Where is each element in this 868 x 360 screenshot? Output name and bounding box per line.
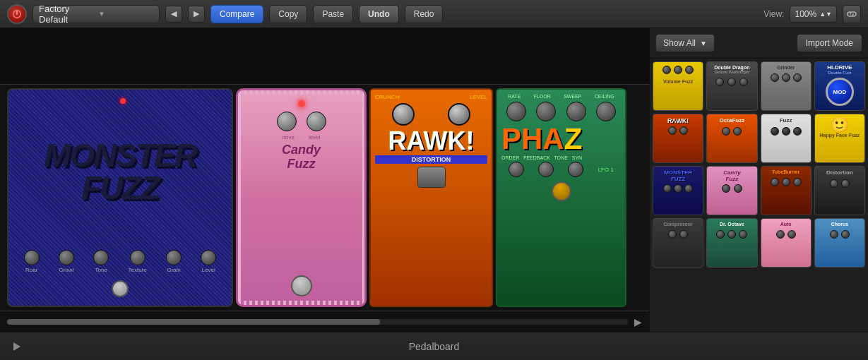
pedalboard-top-strip bbox=[0, 28, 649, 85]
knob-level: Level bbox=[201, 250, 216, 273]
knob-order[interactable] bbox=[509, 162, 524, 177]
knob[interactable] bbox=[130, 250, 145, 265]
link-button[interactable] bbox=[843, 5, 861, 23]
main-content: MONSTERFUZZ Roar Growl Tone bbox=[0, 28, 868, 332]
import-mode-button[interactable]: Import Mode bbox=[797, 34, 862, 52]
toolbar: Factory Default ▼ ◀ ▶ Compare Copy Paste… bbox=[0, 0, 868, 28]
stomp-pedal[interactable] bbox=[417, 167, 446, 188]
panel-toolbar: Show All ▼ Import Mode bbox=[650, 28, 868, 59]
knob-grain: Grain bbox=[166, 250, 182, 273]
svg-marker-2 bbox=[13, 342, 20, 351]
list-item[interactable]: CandyFuzz bbox=[706, 166, 757, 215]
stomp-switch[interactable] bbox=[291, 275, 312, 296]
knob-ceiling[interactable] bbox=[596, 102, 616, 121]
list-item[interactable]: HI-DRIVE Double Foot MOD bbox=[814, 61, 865, 111]
nav-forward-button[interactable]: ▶ bbox=[188, 6, 205, 23]
play-button[interactable] bbox=[8, 338, 25, 355]
list-item[interactable]: Volume Fuzz bbox=[653, 61, 703, 111]
knob-crunch[interactable] bbox=[392, 103, 415, 126]
knob[interactable] bbox=[93, 250, 109, 265]
dropdown-arrow-icon: ▼ bbox=[98, 10, 153, 18]
list-item[interactable]: MONSTERFUZZ bbox=[653, 166, 703, 215]
phaser-pedal[interactable]: RATE FLOOR SWEEP CEILING PHAZ ORDER bbox=[496, 88, 626, 307]
copy-button[interactable]: Copy bbox=[269, 5, 307, 23]
scroll-track bbox=[7, 319, 629, 325]
zoom-arrows-icon: ▲▼ bbox=[819, 11, 832, 18]
list-item[interactable]: Grinder bbox=[761, 61, 811, 111]
list-item[interactable]: Fuzz bbox=[761, 114, 811, 163]
bottom-bar: Pedalboard bbox=[0, 332, 868, 360]
pedal-title: MONSTERFUZZ bbox=[14, 95, 226, 247]
paste-button[interactable]: Paste bbox=[313, 5, 353, 23]
preset-name: Factory Default bbox=[39, 4, 94, 25]
knob-sweep[interactable] bbox=[566, 102, 586, 121]
show-all-button[interactable]: Show All ▼ bbox=[655, 34, 715, 52]
pedals-container: MONSTERFUZZ Roar Growl Tone bbox=[0, 85, 649, 311]
knob[interactable] bbox=[277, 112, 297, 131]
list-item[interactable]: Dr. Octave bbox=[706, 218, 757, 268]
view-zoom-control[interactable]: 100% ▲▼ bbox=[790, 6, 837, 23]
knob-growl: Growl bbox=[59, 250, 74, 273]
pedal-grid: Volume Fuzz Double Dragon Deluxe Warbrin… bbox=[650, 59, 868, 332]
list-item[interactable]: Chorus bbox=[814, 218, 865, 268]
knob-tone: Tone bbox=[93, 250, 109, 273]
dropdown-arrow-icon: ▼ bbox=[700, 40, 707, 47]
pedal-title: CandyFuzz bbox=[282, 143, 321, 172]
monster-fuzz-pedal[interactable]: MONSTERFUZZ Roar Growl Tone bbox=[7, 88, 233, 307]
led-indicator bbox=[120, 98, 126, 104]
rawk-distortion-pedal[interactable]: CRUNCH LEVEL RAWK! DISTORTION bbox=[369, 88, 493, 307]
knob-floor[interactable] bbox=[536, 102, 556, 121]
knob[interactable] bbox=[59, 250, 74, 265]
knob-level bbox=[307, 112, 326, 131]
undo-button[interactable]: Undo bbox=[359, 5, 399, 23]
list-item[interactable]: Double Dragon Deluxe Warbringer bbox=[706, 61, 757, 111]
list-item[interactable]: Auto bbox=[761, 218, 811, 268]
compare-button[interactable]: Compare bbox=[210, 5, 263, 23]
pedal-grid-label: Volume Fuzz bbox=[653, 78, 703, 85]
knob[interactable] bbox=[307, 112, 326, 131]
knob-tone[interactable] bbox=[568, 162, 583, 177]
knob-feedback[interactable] bbox=[538, 162, 554, 177]
knob-level[interactable] bbox=[448, 103, 470, 126]
pedal-browser-panel: Show All ▼ Import Mode Volume Fuzz Doubl… bbox=[649, 28, 868, 332]
redo-button[interactable]: Redo bbox=[405, 5, 444, 23]
knob-roar: Roar bbox=[24, 250, 40, 273]
stomp-switch[interactable] bbox=[552, 181, 571, 201]
knob[interactable] bbox=[24, 250, 40, 265]
rawk-logo: RAWK! bbox=[375, 128, 487, 154]
list-item[interactable]: 🙂 Happy Face Fuzz bbox=[814, 114, 865, 163]
scroll-right-icon[interactable]: ▶ bbox=[634, 316, 642, 328]
led-indicator bbox=[298, 100, 305, 107]
rawk-subtitle: DISTORTION bbox=[375, 155, 487, 164]
knob-rate[interactable] bbox=[506, 102, 526, 121]
list-item[interactable]: RAWK! bbox=[653, 114, 703, 163]
candy-fuzz-pedal[interactable]: drive level CandyFuzz bbox=[236, 88, 367, 307]
view-label: View: bbox=[763, 9, 784, 19]
knob-drive bbox=[277, 112, 297, 131]
list-item[interactable]: TubeBurner bbox=[761, 166, 811, 215]
knobs-row: Roar Growl Tone Texture bbox=[14, 247, 226, 276]
power-button[interactable] bbox=[7, 4, 27, 24]
knob[interactable] bbox=[201, 250, 216, 265]
nav-back-button[interactable]: ◀ bbox=[165, 6, 182, 23]
stomp-switch[interactable] bbox=[112, 280, 129, 297]
preset-selector[interactable]: Factory Default ▼ bbox=[32, 5, 160, 23]
pedal-title: PHAZ bbox=[501, 124, 621, 154]
knobs-row bbox=[277, 112, 326, 131]
pedalboard-area: MONSTERFUZZ Roar Growl Tone bbox=[0, 28, 649, 332]
lfo-label: LFO 1 bbox=[598, 162, 614, 177]
knob[interactable] bbox=[166, 250, 182, 265]
knob-texture: Texture bbox=[128, 250, 146, 273]
list-item[interactable]: Compressor bbox=[653, 218, 703, 268]
list-item[interactable]: Distortion bbox=[814, 166, 865, 215]
list-item[interactable]: OctaFuzz bbox=[706, 114, 757, 163]
app-title: Pedalboard bbox=[409, 341, 460, 352]
scroll-thumb[interactable] bbox=[7, 319, 380, 325]
scrollbar[interactable]: ▶ bbox=[0, 311, 649, 332]
